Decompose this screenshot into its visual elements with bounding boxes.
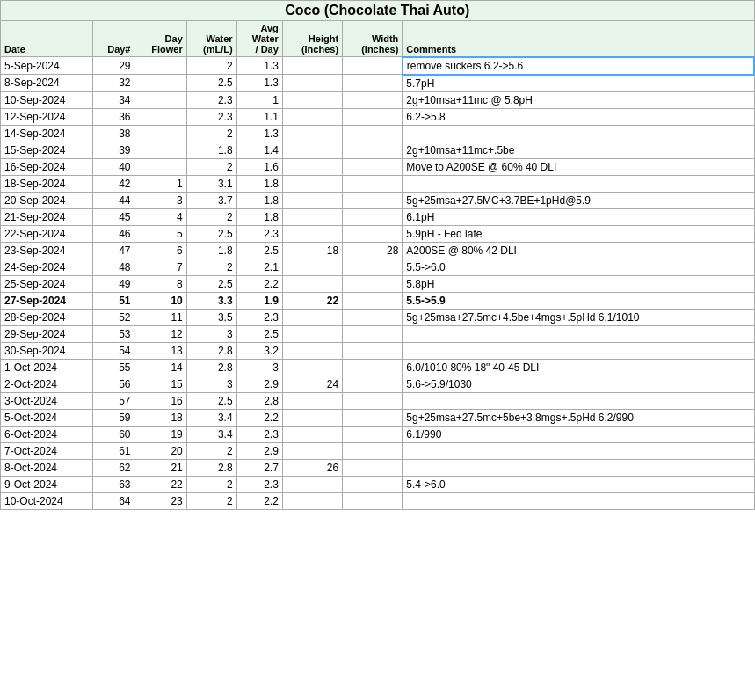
table-row: 28-Sep-202452113.52.35g+25msa+27.5mc+4.5… <box>1 309 755 325</box>
table-row: 15-Sep-2024391.81.42g+10msa+11mc+.5be <box>1 142 755 158</box>
cell-num-col <box>282 426 342 442</box>
cell-num-col: 16 <box>134 392 186 409</box>
cell-date-col: 8-Sep-2024 <box>1 75 93 92</box>
table-row: 14-Sep-20243821.3 <box>1 125 755 142</box>
cell-date-col: 30-Sep-2024 <box>1 342 93 359</box>
table-title: Coco (Chocolate Thai Auto) <box>1 1 755 21</box>
cell-date-col: 25-Sep-2024 <box>1 275 93 292</box>
table-row: 7-Oct-2024612022.9 <box>1 442 755 459</box>
cell-num-col: 24 <box>282 376 342 392</box>
cell-num-col: 15 <box>134 376 186 392</box>
cell-num-col: 38 <box>93 125 134 142</box>
cell-num-col: 42 <box>93 175 134 192</box>
cell-num-col: 1.4 <box>236 142 282 158</box>
cell-num-col: 2.5 <box>186 75 236 92</box>
cell-num-col: 2.5 <box>236 325 282 342</box>
cell-num-col: 2 <box>186 158 236 175</box>
cell-num-col <box>134 125 186 142</box>
cell-comment <box>403 175 754 192</box>
cell-comment <box>403 459 754 476</box>
cell-num-col <box>134 142 186 158</box>
header-water: Water (mL/L) <box>186 21 236 57</box>
cell-comment <box>403 392 754 409</box>
header-comments: Comments <box>403 21 754 57</box>
table-row: 18-Sep-20244213.11.8 <box>1 175 755 192</box>
cell-comment <box>403 125 754 142</box>
cell-num-col <box>282 275 342 292</box>
cell-num-col <box>282 142 342 158</box>
cell-num-col <box>343 342 403 359</box>
cell-num-col: 34 <box>93 91 134 108</box>
cell-num-col <box>343 158 403 175</box>
header-day: Day# <box>93 21 134 57</box>
grow-log-table: Coco (Chocolate Thai Auto) Date Day# Day… <box>0 0 755 510</box>
cell-num-col: 2 <box>186 125 236 142</box>
cell-num-col <box>343 192 403 208</box>
cell-num-col: 2 <box>186 442 236 459</box>
cell-num-col: 7 <box>134 259 186 275</box>
cell-num-col <box>343 392 403 409</box>
cell-num-col <box>282 158 342 175</box>
cell-num-col: 18 <box>282 242 342 259</box>
cell-num-col: 2.8 <box>236 392 282 409</box>
table-row: 10-Oct-2024642322.2 <box>1 492 755 509</box>
cell-num-col <box>343 292 403 309</box>
cell-num-col: 46 <box>93 225 134 242</box>
cell-num-col: 5 <box>134 225 186 242</box>
cell-num-col: 3.5 <box>186 309 236 325</box>
table-row: 1-Oct-202455142.836.0/1010 80% 18" 40-45… <box>1 359 755 376</box>
cell-num-col <box>343 57 403 75</box>
table-row: 25-Sep-20244982.52.25.8pH <box>1 275 755 292</box>
cell-num-col: 28 <box>343 242 403 259</box>
cell-num-col <box>134 158 186 175</box>
cell-num-col: 1.8 <box>236 175 282 192</box>
cell-date-col: 6-Oct-2024 <box>1 426 93 442</box>
cell-date-col: 15-Sep-2024 <box>1 142 93 158</box>
cell-num-col: 2.5 <box>186 225 236 242</box>
cell-num-col: 1.3 <box>236 125 282 142</box>
cell-date-col: 29-Sep-2024 <box>1 325 93 342</box>
cell-num-col: 2.3 <box>236 309 282 325</box>
cell-num-col <box>282 392 342 409</box>
cell-num-col: 2.5 <box>236 242 282 259</box>
cell-comment <box>403 442 754 459</box>
cell-comment: 6.1pH <box>403 208 754 225</box>
cell-num-col: 2 <box>186 492 236 509</box>
cell-num-col: 61 <box>93 442 134 459</box>
cell-num-col: 2.5 <box>186 275 236 292</box>
cell-num-col <box>282 192 342 208</box>
table-row: 27-Sep-202451103.31.9225.5->5.9 <box>1 292 755 309</box>
cell-comment: 5.8pH <box>403 275 754 292</box>
cell-num-col: 2.5 <box>186 392 236 409</box>
table-row: 30-Sep-202454132.83.2 <box>1 342 755 359</box>
cell-num-col <box>343 409 403 426</box>
table-row: 10-Sep-2024342.312g+10msa+11mc @ 5.8pH <box>1 91 755 108</box>
cell-num-col: 13 <box>134 342 186 359</box>
cell-num-col: 53 <box>93 325 134 342</box>
cell-num-col: 60 <box>93 426 134 442</box>
cell-num-col <box>282 492 342 509</box>
cell-num-col: 3.2 <box>236 342 282 359</box>
cell-num-col <box>343 376 403 392</box>
cell-num-col: 2.2 <box>236 275 282 292</box>
table-row: 22-Sep-20244652.52.35.9pH - Fed late <box>1 225 755 242</box>
cell-num-col: 2.3 <box>236 225 282 242</box>
cell-comment: 5g+25msa+27.5MC+3.7BE+1pHd@5.9 <box>403 192 754 208</box>
cell-date-col: 27-Sep-2024 <box>1 292 93 309</box>
table-row: 5-Oct-202459183.42.25g+25msa+27.5mc+5be+… <box>1 409 755 426</box>
cell-comment: 5.4->6.0 <box>403 476 754 492</box>
cell-num-col <box>134 91 186 108</box>
cell-num-col: 12 <box>134 325 186 342</box>
cell-comment: 6.1/990 <box>403 426 754 442</box>
table-body: 5-Sep-20242921.3remove suckers 6.2->5.68… <box>1 57 755 510</box>
cell-num-col <box>282 359 342 376</box>
table-row: 3-Oct-202457162.52.8 <box>1 392 755 409</box>
cell-num-col <box>134 57 186 75</box>
cell-num-col: 1.3 <box>236 75 282 92</box>
cell-num-col: 2.3 <box>186 91 236 108</box>
cell-num-col: 10 <box>134 292 186 309</box>
header-width: Width (Inches) <box>343 21 403 57</box>
cell-num-col <box>343 125 403 142</box>
cell-comment: 5g+25msa+27.5mc+4.5be+4mgs+.5pHd 6.1/101… <box>403 309 754 325</box>
cell-num-col: 51 <box>93 292 134 309</box>
